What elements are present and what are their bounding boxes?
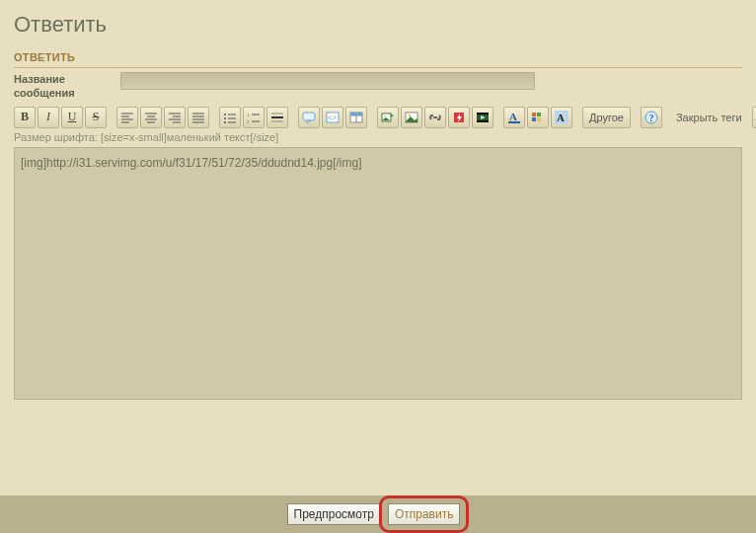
svg-text:2: 2 — [247, 119, 250, 123]
svg-point-17 — [224, 117, 226, 119]
color-palette-button[interactable] — [527, 107, 549, 128]
table-button[interactable] — [345, 107, 367, 128]
svg-point-16 — [224, 114, 226, 115]
message-editor[interactable] — [14, 147, 742, 400]
align-justify-button[interactable] — [188, 107, 209, 128]
section-header: ОТВЕТИТЬ — [14, 45, 742, 68]
submit-button[interactable]: Отправить — [388, 503, 461, 525]
video-button[interactable] — [472, 107, 493, 128]
align-left-button[interactable] — [116, 107, 138, 128]
svg-rect-35 — [350, 113, 362, 115]
italic-button[interactable]: I — [38, 107, 59, 128]
editor-toolbar: B I U S 12 — [14, 107, 742, 128]
svg-text:1: 1 — [247, 113, 250, 117]
help-button[interactable]: ? — [641, 107, 662, 128]
preview-button[interactable]: Предпросмотр — [287, 503, 381, 525]
title-label: Название сообщения — [14, 72, 120, 101]
svg-text:A: A — [509, 111, 517, 122]
font-size-button[interactable]: A — [551, 107, 572, 128]
image-button[interactable] — [401, 107, 422, 128]
svg-rect-29 — [303, 113, 315, 120]
underline-button[interactable]: U — [61, 107, 83, 128]
svg-rect-47 — [532, 113, 536, 116]
svg-text:<>: <> — [328, 114, 338, 122]
list-unordered-button[interactable] — [219, 107, 241, 128]
switch-editor-button[interactable]: AA — [752, 107, 756, 128]
svg-rect-44 — [477, 120, 489, 122]
close-tags-link[interactable]: Закрыть теги — [672, 112, 746, 123]
code-button[interactable]: <> — [322, 107, 343, 128]
bold-button[interactable]: B — [14, 107, 36, 128]
svg-rect-48 — [537, 113, 541, 116]
submit-highlight: Отправить — [379, 495, 470, 533]
list-ordered-button[interactable]: 12 — [243, 107, 265, 128]
link-button[interactable] — [424, 107, 446, 128]
strike-button[interactable]: S — [85, 107, 107, 128]
svg-rect-49 — [532, 117, 536, 121]
svg-point-37 — [384, 115, 386, 117]
size-hint: Размер шрифта: [size=x-small]маленький т… — [14, 131, 742, 143]
svg-rect-46 — [508, 121, 520, 123]
hr-button[interactable] — [266, 107, 288, 128]
flash-button[interactable] — [448, 107, 470, 128]
svg-text:?: ? — [648, 113, 653, 123]
svg-rect-50 — [537, 117, 541, 121]
other-button[interactable]: Другое — [582, 107, 631, 128]
quote-button[interactable] — [298, 107, 320, 128]
page-title: Ответить — [0, 0, 756, 45]
svg-text:A: A — [557, 112, 565, 123]
image-host-button[interactable] — [377, 107, 399, 128]
font-color-button[interactable]: A — [503, 107, 525, 128]
title-input[interactable] — [120, 72, 535, 90]
bottom-bar: Предпросмотр Отправить — [0, 495, 756, 533]
svg-point-39 — [409, 114, 411, 115]
align-center-button[interactable] — [140, 107, 162, 128]
align-right-button[interactable] — [164, 107, 186, 128]
svg-point-18 — [224, 121, 226, 123]
svg-rect-43 — [477, 113, 489, 114]
